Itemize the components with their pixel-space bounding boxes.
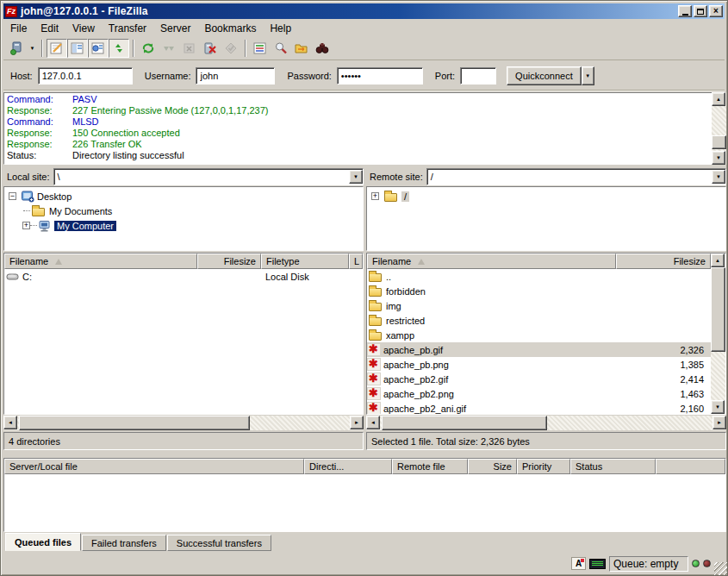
remote-horizontal-scrollbar[interactable]: ◄ ► [366,416,726,430]
log-scroll-thumb[interactable] [712,135,726,149]
remote-column-filename[interactable]: Filename [367,254,616,269]
remote-scroll-track-h[interactable] [380,416,712,430]
title-bar[interactable]: Fz john@127.0.0.1 - FileZilla × [3,3,725,19]
queue-column-priority[interactable]: Priority [517,459,570,474]
scroll-up-icon[interactable]: ▲ [712,92,725,106]
remote-row[interactable]: forbidden [367,284,711,298]
host-input[interactable] [38,67,133,85]
toggle-local-tree-button[interactable] [67,39,88,58]
local-column-filetype[interactable]: Filetype [261,254,349,269]
remote-row[interactable]: .. [367,269,711,284]
transfer-type-icon[interactable]: A [571,557,586,570]
collapse-icon[interactable]: − [9,192,16,200]
local-column-modified[interactable]: L [349,254,363,269]
log-label: Status: [7,150,72,161]
close-button[interactable]: × [709,5,723,17]
disconnect-button[interactable] [200,39,221,58]
transfer-queue-icon [112,41,126,55]
local-column-filesize[interactable]: Filesize [197,254,261,269]
site-manager-button[interactable] [6,39,27,58]
remote-row[interactable]: apache_pb2.png1,463 [367,386,711,401]
local-row-c-drive[interactable]: C: Local Disk [4,269,363,284]
site-manager-dropdown[interactable]: ▼ [27,39,38,58]
speed-limit-icon[interactable] [589,559,606,569]
scroll-down-icon[interactable]: ▼ [711,400,725,414]
log-vertical-scrollbar[interactable]: ▲ ▼ [712,92,726,165]
remote-row[interactable]: restricted [367,313,711,328]
local-site-dropdown[interactable]: ▼ [349,170,363,184]
expand-icon[interactable]: + [371,192,379,200]
scroll-right-icon[interactable]: ► [712,416,726,429]
quickconnect-dropdown[interactable]: ▼ [582,66,594,85]
quickconnect-button[interactable]: Quickconnect [507,66,582,85]
local-scroll-thumb[interactable] [19,416,250,430]
password-input[interactable] [337,67,423,85]
remote-row[interactable]: img [367,298,711,313]
resize-grip[interactable] [714,562,727,575]
file-search-button[interactable] [271,39,291,58]
remote-row-selected[interactable]: apache_pb.gif2,326 [367,342,711,357]
reconnect-button[interactable] [221,39,241,58]
menu-transfer[interactable]: Transfer [102,22,153,35]
queue-column-server-local-file[interactable]: Server/Local file [4,459,304,474]
queue-column-filler [656,459,725,474]
log-scroll-track[interactable] [712,106,726,151]
app-icon[interactable]: Fz [5,6,17,17]
cancel-operation-button[interactable] [179,39,200,58]
scroll-down-icon[interactable]: ▼ [712,151,725,165]
directory-comparison-button[interactable] [291,39,312,58]
local-horizontal-scrollbar[interactable]: ◄ ► [3,416,364,430]
maximize-button[interactable] [694,5,707,17]
remote-site-dropdown[interactable]: ▼ [712,170,725,184]
scroll-left-icon[interactable]: ◄ [3,416,17,429]
queue-column-remote-file[interactable]: Remote file [392,459,468,474]
local-column-filename[interactable]: Filename [4,254,197,269]
remote-row[interactable]: apache_pb2_ani.gif2,160 [367,401,711,414]
tree-item-my-computer[interactable]: + My Computer [4,218,363,233]
menu-help[interactable]: Help [263,22,298,35]
remote-column-filesize[interactable]: Filesize [616,254,711,269]
local-scroll-track[interactable] [17,416,350,430]
remote-site-combobox[interactable]: / ▼ [426,168,726,185]
tree-item-my-documents[interactable]: My Documents [4,203,363,218]
queue-column-direction[interactable]: Directi... [304,459,392,474]
tab-queued-files[interactable]: Queued files [5,533,81,551]
refresh-button[interactable] [138,39,159,58]
remote-row[interactable]: apache_pb2.gif2,414 [367,372,711,386]
username-input[interactable] [196,67,275,85]
expand-icon[interactable]: + [22,222,30,229]
image-file-icon [367,358,381,371]
menu-view[interactable]: View [65,22,102,35]
remote-site-path: / [431,172,433,182]
menu-server[interactable]: Server [153,22,197,35]
port-input[interactable] [460,67,496,85]
toggle-remote-tree-button[interactable] [88,39,109,58]
synchronized-browsing-button[interactable] [312,39,333,58]
remote-row[interactable]: apache_pb.png1,385 [367,357,711,372]
tab-successful-transfers[interactable]: Successful transfers [167,535,271,551]
tree-item-root[interactable]: + / [367,189,725,203]
scroll-left-icon[interactable]: ◄ [366,416,380,429]
scroll-up-icon[interactable]: ▲ [711,254,725,267]
directory-listing-filter-button[interactable] [250,39,271,58]
queue-column-status[interactable]: Status [570,459,656,474]
process-queue-button[interactable] [159,39,179,58]
local-status-text: 4 directories [9,436,60,447]
remote-row[interactable]: xampp [367,328,711,342]
remote-scroll-track[interactable] [711,267,725,400]
tree-connector [23,210,30,211]
scroll-right-icon[interactable]: ► [350,416,364,429]
minimize-button[interactable] [678,5,692,17]
toggle-message-log-button[interactable] [47,39,67,58]
remote-scroll-thumb[interactable] [711,267,725,352]
toggle-transfer-queue-button[interactable] [109,39,129,58]
menu-file[interactable]: File [3,22,34,35]
menu-bookmarks[interactable]: Bookmarks [197,22,263,35]
remote-scroll-thumb-h[interactable] [382,416,547,430]
menu-edit[interactable]: Edit [34,22,65,35]
queue-column-size[interactable]: Size [468,459,517,474]
tab-failed-transfers[interactable]: Failed transfers [82,535,166,551]
tree-item-desktop[interactable]: − Desktop [4,189,363,203]
local-site-combobox[interactable]: \ ▼ [53,168,364,185]
remote-vertical-scrollbar[interactable]: ▲ ▼ [711,254,725,414]
